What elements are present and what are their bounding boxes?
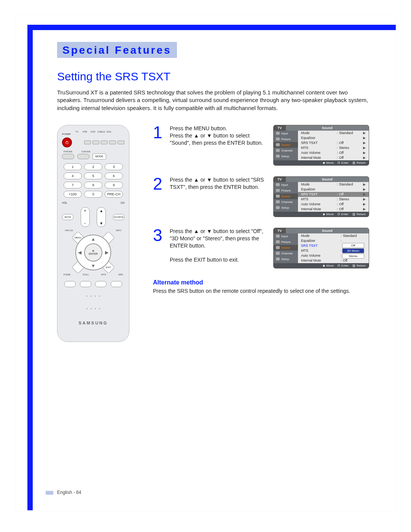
step-text: Press the ▲ or ▼ button to select "SRS T… xyxy=(170,176,268,217)
num-PRE-CH: PRE-CH xyxy=(105,191,123,198)
osd-side-sound: Sound xyxy=(274,142,298,148)
step-2: 2 Press the ▲ or ▼ button to select "SRS… xyxy=(153,176,369,217)
num-3: 3 xyxy=(105,163,123,170)
num-7: 7 xyxy=(64,182,82,189)
osd-side-setup: Setup xyxy=(274,153,298,159)
channel-rocker: ▲▼ xyxy=(97,207,106,227)
osd-side-picture: Picture xyxy=(274,239,298,245)
step-number: 1 xyxy=(153,125,164,166)
osd-side-input: Input xyxy=(274,233,298,239)
num-9: 9 xyxy=(105,182,123,189)
num-1: 1 xyxy=(64,163,82,170)
page-title: Setting the SRS TSXT xyxy=(57,70,369,83)
alternate-text: Press the SRS button on the remote contr… xyxy=(153,288,369,295)
osd-side-input: Input xyxy=(274,131,298,136)
mute-button: MUTE xyxy=(62,214,73,220)
step-text: Press the MENU button.Press the ▲ or ▼ b… xyxy=(170,125,268,166)
num-0: 0 xyxy=(84,191,102,198)
osd-side-channel: Channel xyxy=(274,199,298,205)
osd-side-setup: Setup xyxy=(274,256,298,262)
step-1: 1 Press the MENU button.Press the ▲ or ▼… xyxy=(153,125,369,166)
num-2: 2 xyxy=(84,163,102,170)
osd-screenshot: TVSound InputPictureSoundChannelSetup Mo… xyxy=(273,125,369,166)
step-number: 3 xyxy=(153,228,164,268)
num-5: 5 xyxy=(84,173,102,179)
osd-side-channel: Channel xyxy=(274,148,298,153)
num-8: 8 xyxy=(84,182,102,189)
num-+100: +100 xyxy=(64,191,82,198)
nav-ring: ▲▼ ◀▶ ⊕ENTER xyxy=(75,235,111,270)
source-button: SOURCE xyxy=(113,214,124,220)
page-footer: English - 64 xyxy=(46,490,81,495)
enter-button: ⊕ENTER xyxy=(84,243,102,262)
osd-screenshot: TVSound InputPictureSoundChannelSetup Mo… xyxy=(273,176,369,217)
power-button-icon xyxy=(62,137,72,147)
osd-side-picture: Picture xyxy=(274,188,298,193)
osd-side-setup: Setup xyxy=(274,205,298,211)
osd-side-sound: Sound xyxy=(274,193,298,199)
step-text: Press the ▲ or ▼ button to select "Off",… xyxy=(170,228,268,268)
chapter-heading: Special Features xyxy=(57,42,177,58)
osd-side-picture: Picture xyxy=(274,136,298,142)
mode-button: MODE xyxy=(92,153,106,160)
remote-illustration: TV STB VCR CABLE DVD POWER xyxy=(57,125,129,342)
osd-screenshot: TVSound InputPictureSoundChannelSetup Mo… xyxy=(273,228,369,268)
num-4: 4 xyxy=(64,173,82,179)
osd-side-channel: Channel xyxy=(274,251,298,256)
step-number: 2 xyxy=(153,176,164,217)
step-3: 3 Press the ▲ or ▼ button to select "Off… xyxy=(153,228,369,268)
srs-button xyxy=(111,281,122,287)
intro-paragraph: TruSurround XT is a patented SRS technol… xyxy=(57,89,369,112)
brand-logo: SAMSUNG xyxy=(62,321,124,325)
volume-rocker: +− xyxy=(81,207,90,227)
osd-side-input: Input xyxy=(274,182,298,188)
osd-side-sound: Sound xyxy=(274,245,298,251)
alternate-heading: Alternate method xyxy=(153,279,369,286)
num-6: 6 xyxy=(105,173,123,179)
